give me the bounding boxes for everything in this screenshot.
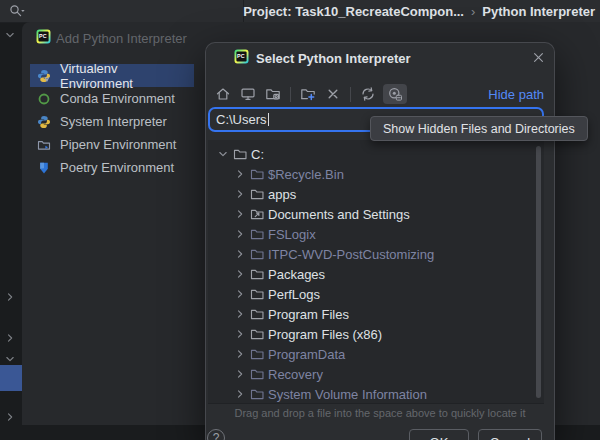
search-input[interactable] bbox=[7, 3, 27, 19]
tree-row-label: Recovery bbox=[268, 367, 323, 382]
help-button[interactable]: ? bbox=[207, 429, 225, 440]
folder-icon bbox=[250, 347, 264, 361]
python-venv-icon bbox=[37, 69, 51, 83]
tree-row[interactable]: Program Files bbox=[208, 304, 544, 324]
file-chooser-toolbar bbox=[213, 84, 407, 104]
tree-row[interactable]: Program Files (x86) bbox=[208, 324, 544, 344]
project-folder-icon[interactable] bbox=[263, 84, 283, 104]
drag-drop-hint: Drag and drop a file into the space abov… bbox=[206, 407, 554, 419]
tree-row[interactable]: Recovery bbox=[208, 364, 544, 384]
chevron-right-icon[interactable] bbox=[234, 208, 246, 220]
tree-row-label: $Recycle.Bin bbox=[268, 167, 344, 182]
tree-row-label: ProgramData bbox=[268, 347, 345, 362]
chevron-down-icon[interactable] bbox=[4, 353, 16, 365]
sidebar-item-label: Conda Environment bbox=[60, 91, 175, 106]
folder-icon bbox=[250, 267, 264, 281]
tree-row[interactable]: ITPC-WVD-PostCustomizing bbox=[208, 244, 544, 264]
text-caret bbox=[268, 113, 269, 126]
chevron-down-icon[interactable] bbox=[217, 148, 229, 160]
new-folder-icon[interactable] bbox=[298, 84, 318, 104]
tree-row-label: C: bbox=[251, 147, 264, 162]
tree-row[interactable]: PerfLogs bbox=[208, 284, 544, 304]
tree-row-label: ITPC-WVD-PostCustomizing bbox=[268, 247, 434, 262]
chevron-right-icon[interactable] bbox=[234, 248, 246, 260]
delete-icon[interactable] bbox=[323, 84, 343, 104]
folder-icon bbox=[250, 287, 264, 301]
ok-button[interactable]: OK bbox=[409, 429, 469, 440]
chevron-right-icon[interactable] bbox=[234, 288, 246, 300]
rail-selected-item[interactable] bbox=[0, 365, 22, 391]
folder-icon bbox=[250, 367, 264, 381]
tree-row-label: Documents and Settings bbox=[268, 207, 410, 222]
tree-row-label: PerfLogs bbox=[268, 287, 320, 302]
svg-text:PC: PC bbox=[237, 53, 245, 59]
folder-symlink-icon bbox=[250, 207, 264, 221]
hide-path-link[interactable]: Hide path bbox=[488, 87, 544, 102]
chevron-right-icon[interactable] bbox=[234, 328, 246, 340]
pycharm-icon: PC bbox=[234, 49, 249, 64]
sidebar-item-conda-environment[interactable]: Conda Environment bbox=[30, 87, 194, 110]
conda-icon bbox=[37, 92, 51, 106]
sidebar-item-virtualenv-environment[interactable]: Virtualenv Environment bbox=[30, 64, 194, 87]
close-icon[interactable] bbox=[532, 51, 545, 64]
breadcrumb-project[interactable]: Project: Task10_RecreateCompon... bbox=[243, 4, 464, 19]
sidebar-item-label: System Interpreter bbox=[60, 114, 167, 129]
chevron-right-icon[interactable] bbox=[4, 411, 16, 423]
folder-icon bbox=[250, 187, 264, 201]
tooltip: Show Hidden Files and Directories bbox=[370, 116, 588, 141]
tree-row-label: Program Files bbox=[268, 307, 349, 322]
tree-row[interactable]: C: bbox=[208, 144, 544, 164]
chevron-right-icon[interactable] bbox=[234, 188, 246, 200]
poetry-icon bbox=[37, 161, 51, 175]
pycharm-settings-window: Project: Task10_RecreateCompon... › Pyth… bbox=[0, 0, 600, 440]
refresh-icon[interactable] bbox=[358, 84, 378, 104]
select-dialog-title: Select Python Interpreter bbox=[256, 51, 411, 66]
cancel-button[interactable]: Cancel bbox=[478, 429, 542, 440]
search-icon bbox=[7, 3, 27, 19]
tree-row[interactable]: $Recycle.Bin bbox=[208, 164, 544, 184]
python-icon bbox=[37, 115, 51, 129]
folder-icon bbox=[250, 167, 264, 181]
tree-row[interactable]: Documents and Settings bbox=[208, 204, 544, 224]
tree-row[interactable]: apps bbox=[208, 184, 544, 204]
tree-row[interactable]: FSLogix bbox=[208, 224, 544, 244]
sidebar-item-label: Pipenv Environment bbox=[60, 137, 176, 152]
settings-top-bar: Project: Task10_RecreateCompon... › Pyth… bbox=[0, 0, 600, 23]
file-tree: C:$Recycle.BinappsDocuments and Settings… bbox=[208, 140, 544, 404]
folder-icon bbox=[233, 147, 247, 161]
breadcrumb: Project: Task10_RecreateCompon... › Pyth… bbox=[243, 0, 595, 22]
chevron-right-icon[interactable] bbox=[234, 168, 246, 180]
chevron-right-icon[interactable] bbox=[4, 332, 16, 344]
folder-icon bbox=[250, 307, 264, 321]
desktop-icon[interactable] bbox=[238, 84, 258, 104]
sidebar-item-poetry-environment[interactable]: Poetry Environment bbox=[30, 156, 194, 179]
tree-row[interactable]: System Volume Information bbox=[208, 384, 544, 404]
chevron-right-icon[interactable] bbox=[4, 291, 16, 303]
path-input-value: C:\Users bbox=[216, 112, 267, 127]
select-python-interpreter-dialog: PC Select Python Interpreter Hide path C… bbox=[205, 42, 555, 440]
chevron-right-icon[interactable] bbox=[234, 388, 246, 400]
chevron-right-icon[interactable] bbox=[234, 368, 246, 380]
chevron-right-icon[interactable] bbox=[234, 228, 246, 240]
tree-row-label: Packages bbox=[268, 267, 325, 282]
chevron-right-icon[interactable] bbox=[234, 308, 246, 320]
tree-row[interactable]: ProgramData bbox=[208, 344, 544, 364]
show-hidden-icon[interactable] bbox=[383, 84, 407, 104]
tree-row[interactable]: Packages bbox=[208, 264, 544, 284]
folder-icon bbox=[250, 327, 264, 341]
add-dialog-title: Add Python Interpreter bbox=[56, 31, 187, 46]
sidebar-item-pipenv-environment[interactable]: Pipenv Environment bbox=[30, 133, 194, 156]
toolbar-separator bbox=[290, 87, 291, 102]
chevron-down-icon[interactable] bbox=[4, 29, 16, 41]
pipenv-icon bbox=[37, 138, 51, 152]
chevron-right-icon[interactable] bbox=[234, 348, 246, 360]
breadcrumb-page[interactable]: Python Interpreter bbox=[482, 4, 595, 19]
tree-row-label: FSLogix bbox=[268, 227, 316, 242]
home-icon[interactable] bbox=[213, 84, 233, 104]
tree-row-label: apps bbox=[268, 187, 296, 202]
folder-icon bbox=[250, 227, 264, 241]
sidebar-item-system-interpreter[interactable]: System Interpreter bbox=[30, 110, 194, 133]
chevron-right-icon[interactable] bbox=[234, 268, 246, 280]
breadcrumb-separator-icon: › bbox=[471, 4, 475, 19]
tree-row-label: Program Files (x86) bbox=[268, 327, 382, 342]
